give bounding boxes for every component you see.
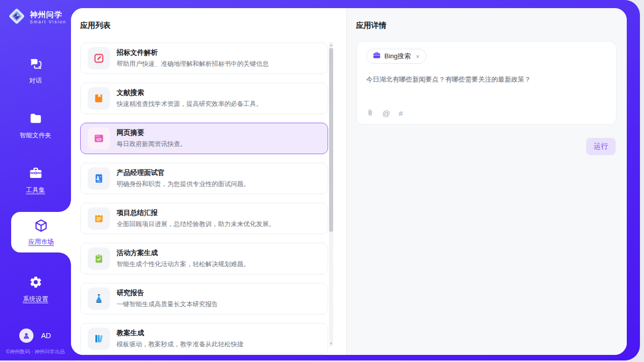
app-card-desc: 智能生成个性化活动方案，轻松解决规划难题。: [117, 260, 250, 269]
app-card-bid-analysis[interactable]: 招标文件解析 帮助用户快速、准确地理解和解析招标书中的关键信息: [80, 43, 328, 74]
brand-subtitle: Smart Vision: [30, 19, 66, 24]
app-list-panel: 应用列表 招标文件解析 帮助用户快速、准确地理解和解析招标书中的关键信息: [71, 8, 346, 355]
app-list-title: 应用列表: [80, 21, 111, 30]
sidebar-item-toolset[interactable]: 工具集: [0, 166, 71, 195]
content-area: 应用列表 招标文件解析 帮助用户快速、准确地理解和解析招标书中的关键信息: [71, 8, 627, 355]
app-card-desc: 模板驱动，教案秒成，教学准备从此轻松快捷: [117, 340, 243, 349]
app-card-webpage-summary[interactable]: 网页摘要 每日政府新闻资讯快查。: [80, 123, 328, 154]
avatar: [19, 329, 33, 343]
app-card-title: 研究报告: [117, 288, 218, 298]
clipboard-check-icon: [88, 247, 110, 270]
sidebar-item-smart-folders[interactable]: 智能文件夹: [0, 112, 71, 140]
user-name: AD: [41, 332, 51, 340]
brand-logo: 神州问学 Smart Vision: [7, 7, 66, 28]
app-card-title: 网页摘要: [117, 128, 187, 137]
sidebar-footer: ©神州数码 · 神州问学出品: [0, 348, 71, 355]
app-card-pm-interviewer[interactable]: 产品经理面试官 明确身份和职责，为您提供专业性的面试问题。: [80, 163, 328, 194]
briefcase-icon: [373, 51, 381, 61]
close-icon[interactable]: ×: [416, 53, 420, 60]
app-card-desc: 每日政府新闻资讯快查。: [117, 140, 187, 149]
folder-icon: [29, 112, 43, 127]
sidebar-item-label: 智能文件夹: [20, 131, 52, 140]
scrollbar-up-icon[interactable]: ▲: [329, 42, 333, 48]
toolbox-icon: [29, 166, 43, 182]
chat-icon: [29, 57, 43, 73]
app-card-title: 项目总结汇报: [117, 208, 275, 218]
app-card-title: 文献搜索: [117, 88, 263, 97]
sidebar-item-settings[interactable]: 系统设置: [0, 275, 71, 304]
cube-icon: [34, 219, 48, 235]
app-card-title: 产品经理面试官: [117, 168, 250, 177]
sidebar-item-label: 对话: [29, 77, 42, 85]
tool-tag-label: Bing搜索: [384, 52, 411, 61]
sidebar-item-chat[interactable]: 对话: [0, 57, 71, 85]
app-card-desc: 全面回顾项目进展，总结经验教训，助力未来优化发展。: [117, 220, 275, 229]
sidebar-item-app-market[interactable]: 应用市场: [11, 212, 71, 252]
gear-icon: [29, 275, 43, 291]
app-cards: 招标文件解析 帮助用户快速、准确地理解和解析招标书中的关键信息 文献搜索 快速精…: [80, 43, 328, 355]
app-details-title: 应用详情: [356, 21, 386, 30]
books-icon: [88, 328, 110, 350]
sidebar-item-label: 系统设置: [23, 295, 48, 304]
hash-topic-icon[interactable]: #: [399, 110, 403, 117]
bid-edit-icon: [88, 47, 110, 69]
paperclip-icon[interactable]: [367, 108, 374, 118]
composer-toolbar: @ #: [367, 108, 403, 118]
research-icon: [88, 287, 110, 310]
prompt-text[interactable]: 今日湖北有哪些新闻要点？有哪些需要关注的最新政策？: [366, 75, 607, 84]
at-mention-icon[interactable]: @: [382, 110, 390, 117]
book-icon: [88, 87, 110, 110]
app-card-desc: 一键智能生成高质量长文本研究报告: [117, 300, 218, 309]
run-button[interactable]: 运行: [586, 138, 616, 155]
sidebar-item-label: 工具集: [26, 186, 45, 195]
app-card-desc: 帮助用户快速、准确地理解和解析招标书中的关键信息: [117, 60, 269, 68]
app-card-project-summary[interactable]: 项目总结汇报 全面回顾项目进展，总结经验教训，助力未来优化发展。: [80, 203, 328, 234]
webpage-code-icon: [88, 127, 110, 150]
brand-name: 神州问学: [30, 10, 66, 19]
app-card-title: 活动方案生成: [117, 248, 250, 258]
app-window: 神州问学 Smart Vision 对话 智能文件夹: [0, 0, 644, 362]
sidebar-item-label: 应用市场: [28, 238, 54, 246]
app-card-research-report[interactable]: 研究报告 一键智能生成高质量长文本研究报告: [80, 283, 328, 314]
app-list-scrollbar[interactable]: ▲ ▼: [329, 42, 333, 346]
app-card-title: 教案生成: [117, 329, 243, 338]
app-card-lesson-plan[interactable]: 教案生成 模板驱动，教案秒成，教学准备从此轻松快捷: [80, 323, 328, 354]
user-account[interactable]: AD: [19, 329, 51, 343]
app-card-literature-search[interactable]: 文献搜索 快速精准查找学术资源，提高研究效率的必备工具。: [80, 83, 328, 114]
interview-doc-icon: [88, 167, 110, 190]
app-card-desc: 明确身份和职责，为您提供专业性的面试问题。: [117, 180, 250, 189]
diamond-logo-icon: [7, 7, 26, 28]
scrollbar-thumb[interactable]: [329, 48, 333, 232]
app-card-desc: 快速精准查找学术资源，提高研究效率的必备工具。: [117, 100, 263, 108]
app-card-activity-plan[interactable]: 活动方案生成 智能生成个性化活动方案，轻松解决规划难题。: [80, 243, 328, 274]
app-card-title: 招标文件解析: [117, 48, 269, 57]
scrollbar-down-icon[interactable]: ▼: [329, 341, 333, 346]
app-details-panel: 应用详情 Bing搜索 × 今日湖北有哪些新闻要点？有哪些需要关注的最新政策？: [346, 8, 627, 355]
report-icon: [88, 207, 110, 230]
sidebar: 神州问学 Smart Vision 对话 智能文件夹: [0, 0, 71, 362]
app-detail-card: Bing搜索 × 今日湖北有哪些新闻要点？有哪些需要关注的最新政策？ @ #: [356, 41, 617, 125]
tool-tag-bing-search[interactable]: Bing搜索 ×: [366, 49, 426, 64]
